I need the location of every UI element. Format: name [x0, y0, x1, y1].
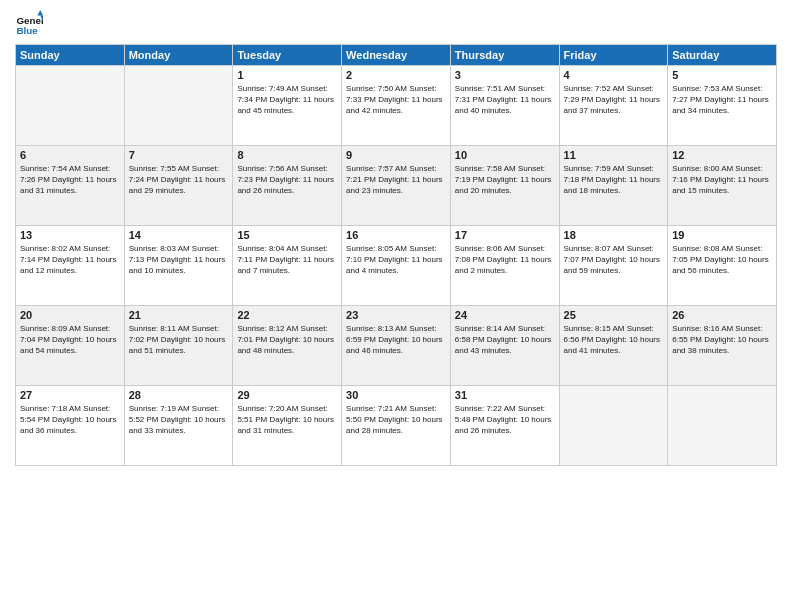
day-number: 8 — [237, 149, 337, 161]
calendar-table: SundayMondayTuesdayWednesdayThursdayFrid… — [15, 44, 777, 466]
day-number: 14 — [129, 229, 229, 241]
calendar-cell: 23Sunrise: 8:13 AM Sunset: 6:59 PM Dayli… — [342, 306, 451, 386]
calendar-cell: 7Sunrise: 7:55 AM Sunset: 7:24 PM Daylig… — [124, 146, 233, 226]
day-number: 7 — [129, 149, 229, 161]
day-info: Sunrise: 8:03 AM Sunset: 7:13 PM Dayligh… — [129, 243, 229, 277]
calendar-cell: 6Sunrise: 7:54 AM Sunset: 7:26 PM Daylig… — [16, 146, 125, 226]
day-number: 27 — [20, 389, 120, 401]
calendar-cell: 19Sunrise: 8:08 AM Sunset: 7:05 PM Dayli… — [668, 226, 777, 306]
day-number: 21 — [129, 309, 229, 321]
day-info: Sunrise: 7:22 AM Sunset: 5:48 PM Dayligh… — [455, 403, 555, 437]
day-number: 24 — [455, 309, 555, 321]
day-info: Sunrise: 8:08 AM Sunset: 7:05 PM Dayligh… — [672, 243, 772, 277]
calendar-cell: 31Sunrise: 7:22 AM Sunset: 5:48 PM Dayli… — [450, 386, 559, 466]
calendar-cell: 16Sunrise: 8:05 AM Sunset: 7:10 PM Dayli… — [342, 226, 451, 306]
calendar-cell: 30Sunrise: 7:21 AM Sunset: 5:50 PM Dayli… — [342, 386, 451, 466]
day-info: Sunrise: 8:14 AM Sunset: 6:58 PM Dayligh… — [455, 323, 555, 357]
day-info: Sunrise: 8:00 AM Sunset: 7:16 PM Dayligh… — [672, 163, 772, 197]
day-info: Sunrise: 8:02 AM Sunset: 7:14 PM Dayligh… — [20, 243, 120, 277]
day-info: Sunrise: 7:59 AM Sunset: 7:18 PM Dayligh… — [564, 163, 664, 197]
calendar-cell: 12Sunrise: 8:00 AM Sunset: 7:16 PM Dayli… — [668, 146, 777, 226]
calendar-cell — [124, 66, 233, 146]
day-info: Sunrise: 8:16 AM Sunset: 6:55 PM Dayligh… — [672, 323, 772, 357]
calendar-cell: 26Sunrise: 8:16 AM Sunset: 6:55 PM Dayli… — [668, 306, 777, 386]
day-number: 16 — [346, 229, 446, 241]
day-number: 11 — [564, 149, 664, 161]
calendar-cell: 17Sunrise: 8:06 AM Sunset: 7:08 PM Dayli… — [450, 226, 559, 306]
day-number: 17 — [455, 229, 555, 241]
day-info: Sunrise: 7:50 AM Sunset: 7:33 PM Dayligh… — [346, 83, 446, 117]
day-number: 20 — [20, 309, 120, 321]
weekday-header-friday: Friday — [559, 45, 668, 66]
calendar-cell: 9Sunrise: 7:57 AM Sunset: 7:21 PM Daylig… — [342, 146, 451, 226]
calendar-cell: 3Sunrise: 7:51 AM Sunset: 7:31 PM Daylig… — [450, 66, 559, 146]
week-row-3: 13Sunrise: 8:02 AM Sunset: 7:14 PM Dayli… — [16, 226, 777, 306]
day-info: Sunrise: 7:51 AM Sunset: 7:31 PM Dayligh… — [455, 83, 555, 117]
day-number: 30 — [346, 389, 446, 401]
day-info: Sunrise: 7:19 AM Sunset: 5:52 PM Dayligh… — [129, 403, 229, 437]
day-number: 13 — [20, 229, 120, 241]
weekday-header-wednesday: Wednesday — [342, 45, 451, 66]
day-number: 9 — [346, 149, 446, 161]
calendar-cell: 14Sunrise: 8:03 AM Sunset: 7:13 PM Dayli… — [124, 226, 233, 306]
day-number: 19 — [672, 229, 772, 241]
logo: General Blue — [15, 10, 47, 38]
week-row-5: 27Sunrise: 7:18 AM Sunset: 5:54 PM Dayli… — [16, 386, 777, 466]
calendar-cell: 27Sunrise: 7:18 AM Sunset: 5:54 PM Dayli… — [16, 386, 125, 466]
day-number: 6 — [20, 149, 120, 161]
day-number: 2 — [346, 69, 446, 81]
day-info: Sunrise: 8:04 AM Sunset: 7:11 PM Dayligh… — [237, 243, 337, 277]
day-info: Sunrise: 7:56 AM Sunset: 7:23 PM Dayligh… — [237, 163, 337, 197]
day-info: Sunrise: 8:07 AM Sunset: 7:07 PM Dayligh… — [564, 243, 664, 277]
weekday-header-sunday: Sunday — [16, 45, 125, 66]
day-number: 29 — [237, 389, 337, 401]
day-info: Sunrise: 7:57 AM Sunset: 7:21 PM Dayligh… — [346, 163, 446, 197]
day-number: 26 — [672, 309, 772, 321]
calendar-header: General Blue — [15, 10, 777, 38]
day-info: Sunrise: 7:55 AM Sunset: 7:24 PM Dayligh… — [129, 163, 229, 197]
calendar-cell: 22Sunrise: 8:12 AM Sunset: 7:01 PM Dayli… — [233, 306, 342, 386]
day-number: 4 — [564, 69, 664, 81]
day-number: 31 — [455, 389, 555, 401]
day-number: 25 — [564, 309, 664, 321]
day-number: 3 — [455, 69, 555, 81]
logo-icon: General Blue — [15, 10, 43, 38]
day-number: 18 — [564, 229, 664, 241]
calendar-cell: 10Sunrise: 7:58 AM Sunset: 7:19 PM Dayli… — [450, 146, 559, 226]
weekday-header-saturday: Saturday — [668, 45, 777, 66]
calendar-cell: 2Sunrise: 7:50 AM Sunset: 7:33 PM Daylig… — [342, 66, 451, 146]
calendar-cell: 28Sunrise: 7:19 AM Sunset: 5:52 PM Dayli… — [124, 386, 233, 466]
day-info: Sunrise: 7:21 AM Sunset: 5:50 PM Dayligh… — [346, 403, 446, 437]
weekday-header-tuesday: Tuesday — [233, 45, 342, 66]
day-info: Sunrise: 8:11 AM Sunset: 7:02 PM Dayligh… — [129, 323, 229, 357]
day-number: 28 — [129, 389, 229, 401]
calendar-cell: 20Sunrise: 8:09 AM Sunset: 7:04 PM Dayli… — [16, 306, 125, 386]
day-info: Sunrise: 8:06 AM Sunset: 7:08 PM Dayligh… — [455, 243, 555, 277]
day-info: Sunrise: 8:15 AM Sunset: 6:56 PM Dayligh… — [564, 323, 664, 357]
calendar-cell: 29Sunrise: 7:20 AM Sunset: 5:51 PM Dayli… — [233, 386, 342, 466]
day-info: Sunrise: 7:52 AM Sunset: 7:29 PM Dayligh… — [564, 83, 664, 117]
calendar-cell: 21Sunrise: 8:11 AM Sunset: 7:02 PM Dayli… — [124, 306, 233, 386]
day-info: Sunrise: 8:12 AM Sunset: 7:01 PM Dayligh… — [237, 323, 337, 357]
day-info: Sunrise: 8:05 AM Sunset: 7:10 PM Dayligh… — [346, 243, 446, 277]
calendar-cell: 13Sunrise: 8:02 AM Sunset: 7:14 PM Dayli… — [16, 226, 125, 306]
calendar-cell: 5Sunrise: 7:53 AM Sunset: 7:27 PM Daylig… — [668, 66, 777, 146]
calendar-cell: 18Sunrise: 8:07 AM Sunset: 7:07 PM Dayli… — [559, 226, 668, 306]
day-number: 15 — [237, 229, 337, 241]
calendar-cell: 24Sunrise: 8:14 AM Sunset: 6:58 PM Dayli… — [450, 306, 559, 386]
calendar-cell: 4Sunrise: 7:52 AM Sunset: 7:29 PM Daylig… — [559, 66, 668, 146]
day-number: 10 — [455, 149, 555, 161]
calendar-cell — [16, 66, 125, 146]
weekday-header-thursday: Thursday — [450, 45, 559, 66]
day-number: 12 — [672, 149, 772, 161]
day-info: Sunrise: 7:49 AM Sunset: 7:34 PM Dayligh… — [237, 83, 337, 117]
calendar-cell — [668, 386, 777, 466]
svg-text:Blue: Blue — [16, 25, 38, 36]
day-info: Sunrise: 7:58 AM Sunset: 7:19 PM Dayligh… — [455, 163, 555, 197]
week-row-4: 20Sunrise: 8:09 AM Sunset: 7:04 PM Dayli… — [16, 306, 777, 386]
day-info: Sunrise: 8:09 AM Sunset: 7:04 PM Dayligh… — [20, 323, 120, 357]
week-row-1: 1Sunrise: 7:49 AM Sunset: 7:34 PM Daylig… — [16, 66, 777, 146]
calendar-cell: 11Sunrise: 7:59 AM Sunset: 7:18 PM Dayli… — [559, 146, 668, 226]
day-info: Sunrise: 7:53 AM Sunset: 7:27 PM Dayligh… — [672, 83, 772, 117]
day-info: Sunrise: 7:20 AM Sunset: 5:51 PM Dayligh… — [237, 403, 337, 437]
